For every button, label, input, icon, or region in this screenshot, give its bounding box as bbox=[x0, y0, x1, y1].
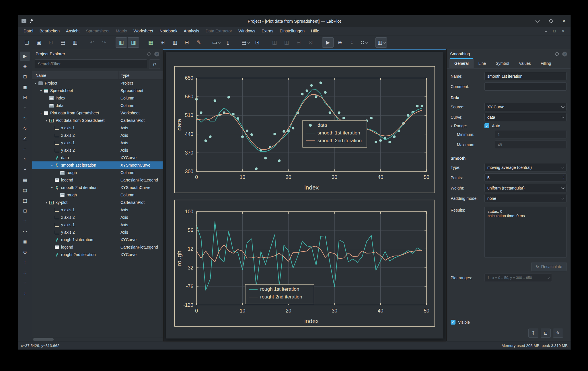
close-dock-icon[interactable] bbox=[154, 52, 159, 56]
toggle-project-explorer-button[interactable]: ◧ bbox=[116, 37, 127, 48]
new-matrix-button[interactable]: ⊞ bbox=[157, 37, 168, 48]
spin-up-icon[interactable]: ▴ bbox=[563, 175, 564, 177]
add-text-label-button[interactable]: ⊡ bbox=[252, 37, 263, 48]
type-combo[interactable]: moving average (central) bbox=[484, 163, 566, 171]
filter-settings-icon[interactable] bbox=[149, 59, 160, 69]
column-header-name[interactable]: Name bbox=[32, 71, 118, 79]
menu-hilfe[interactable]: Hilfe bbox=[308, 27, 322, 36]
menu-notebook[interactable]: Notebook bbox=[156, 27, 180, 36]
tree-row-rough[interactable]: roughColumn bbox=[32, 191, 163, 199]
padding-mode-combo[interactable]: none bbox=[484, 194, 566, 202]
tree-row-spreadsheet[interactable]: ▾SpreadsheetSpreadsheet bbox=[32, 87, 163, 94]
zoom-select-mode-button[interactable]: ↕ bbox=[346, 37, 358, 48]
tab-line[interactable]: Line bbox=[474, 58, 491, 68]
scatter-tool[interactable]: ∵ bbox=[20, 279, 30, 288]
expander-icon[interactable]: ▾ bbox=[39, 112, 43, 115]
crosshair-tool[interactable]: ⊕ bbox=[20, 62, 30, 71]
tab-filling[interactable]: Filling bbox=[536, 58, 556, 68]
template-load-button[interactable]: ↧ bbox=[528, 329, 538, 338]
tree-row-y-axis-2[interactable]: y axis 2Axis bbox=[32, 229, 163, 236]
new-datapicker-button[interactable]: ⊟ bbox=[181, 37, 192, 48]
new-project-button[interactable]: ▢ bbox=[21, 37, 32, 48]
datapicker-tool[interactable]: ∶ bbox=[20, 258, 30, 267]
magnification-button[interactable]: ∷ bbox=[358, 37, 370, 48]
new-workbook-button[interactable]: ▥ bbox=[169, 37, 180, 48]
new-notebook-button[interactable]: ▯ bbox=[222, 37, 234, 48]
print-preview-button[interactable]: ▥ bbox=[69, 37, 81, 48]
fit-curve-tool[interactable]: ∠ bbox=[20, 134, 30, 143]
subwindow-restore-icon[interactable]: □ bbox=[552, 29, 557, 33]
axis-left-tool[interactable]: ⌐ bbox=[21, 154, 30, 165]
tree-row-x-axis-1[interactable]: x axis 1Axis bbox=[32, 206, 163, 214]
points-tool[interactable]: ∴ bbox=[20, 268, 30, 277]
titlebar[interactable]: Project - [Plot data from Spreadsheet] —… bbox=[18, 15, 571, 27]
visible-checkbox[interactable] bbox=[451, 320, 455, 325]
tree-row-rough[interactable]: roughColumn bbox=[32, 169, 163, 176]
expander-icon[interactable]: ▾ bbox=[50, 164, 54, 167]
expander-icon[interactable]: ▾ bbox=[44, 201, 49, 204]
histogram-tool[interactable]: ▦ bbox=[20, 175, 30, 184]
subwindow-close-icon[interactable]: × bbox=[561, 29, 565, 33]
menu-extras[interactable]: Extras bbox=[258, 27, 277, 36]
close-dock-icon[interactable] bbox=[562, 52, 567, 56]
info-element-tool[interactable]: ⊙ bbox=[20, 248, 30, 257]
add-plot-tool[interactable]: ⊞ bbox=[20, 93, 30, 102]
barplot-tool[interactable]: ◫ bbox=[20, 196, 30, 205]
tab-symbol[interactable]: Symbol bbox=[491, 58, 514, 68]
name-input[interactable] bbox=[484, 72, 566, 80]
toggle-properties-dock-button[interactable]: ◨ bbox=[128, 37, 139, 48]
tree-row-legend[interactable]: legendCartesianPlotLegend bbox=[32, 176, 163, 184]
tree-row-rought-2nd-iteration[interactable]: rought 2nd iterationXYCurve bbox=[32, 251, 163, 258]
crosshair-mode-button[interactable]: ⊕ bbox=[334, 37, 346, 48]
comment-input[interactable] bbox=[484, 82, 566, 91]
color-theme-button[interactable]: ✎ bbox=[193, 37, 205, 48]
worksheet-view[interactable]: 01020304050300370440510580650indexdatada… bbox=[163, 49, 446, 341]
tree-row-data[interactable]: dataColumn bbox=[32, 102, 163, 109]
menu-analysis[interactable]: Analysis bbox=[180, 27, 202, 36]
tree-row-data[interactable]: dataXYCurve bbox=[32, 154, 163, 161]
tree-row-x-axis-2[interactable]: x axis 2Axis bbox=[32, 132, 163, 139]
smooth-curve-tool[interactable]: ∿ bbox=[20, 124, 30, 133]
boxplot-tool[interactable]: ▤ bbox=[20, 186, 30, 195]
search-input[interactable] bbox=[35, 59, 147, 68]
tree-row-x-axis-2[interactable]: x axis 2Axis bbox=[32, 214, 163, 221]
xy-curve-tool[interactable]: ∿ bbox=[20, 114, 30, 122]
auto-checkbox[interactable] bbox=[484, 123, 489, 128]
menu-ansicht[interactable]: Ansicht bbox=[63, 27, 83, 36]
expander-icon[interactable]: ▾ bbox=[44, 119, 49, 122]
source-combo[interactable]: XY-Curve bbox=[484, 103, 566, 111]
image-tool[interactable]: ▣ bbox=[20, 83, 30, 91]
open-project-button[interactable]: ▣ bbox=[33, 37, 44, 48]
points-spinbox[interactable] bbox=[484, 173, 566, 182]
tree-row-plot-data-from-spreadsheet[interactable]: ▾Plot data from SpreadsheetWorksheet bbox=[32, 109, 163, 117]
legend-tool[interactable]: ⊟ bbox=[20, 206, 30, 215]
tree-row-smooth-2nd-iteration[interactable]: ▾smooth 2nd iterationXYSmoothCurve bbox=[32, 184, 163, 191]
menu-einstellungen[interactable]: Einstellungen bbox=[277, 27, 308, 36]
tree-row-y-axis-1[interactable]: y axis 1Axis bbox=[32, 221, 163, 229]
menu-windows[interactable]: Windows bbox=[235, 27, 258, 36]
cartesian-plot-bottom[interactable]: 01020304050-120-76-321256100indexroughro… bbox=[174, 200, 435, 327]
menu-datei[interactable]: Datei bbox=[20, 27, 36, 36]
presenter-mode-button[interactable]: ▥ bbox=[375, 37, 387, 48]
menu-bearbeiten[interactable]: Bearbeiten bbox=[36, 27, 63, 36]
subwindow-minimize-icon[interactable]: – bbox=[544, 29, 548, 33]
curve-combo[interactable]: data bbox=[484, 113, 566, 121]
weight-combo[interactable]: uniform (rectangular) bbox=[484, 184, 566, 192]
menu-worksheet[interactable]: Worksheet bbox=[130, 27, 156, 36]
tree-row-project[interactable]: ▾ProjectProject bbox=[32, 79, 163, 87]
interpolation-tool[interactable]: ≀ bbox=[20, 289, 30, 298]
vertical-layout-tool[interactable]: ↕ bbox=[20, 103, 30, 112]
add-plot-button[interactable]: ▤ bbox=[240, 37, 251, 48]
select-mouse-mode-button[interactable]: ▶ bbox=[322, 37, 334, 48]
tree-row-index[interactable]: indexColumn bbox=[32, 94, 163, 102]
cartesian-plot-top[interactable]: 01020304050300370440510580650indexdatada… bbox=[174, 66, 435, 193]
close-button[interactable] bbox=[561, 18, 567, 24]
new-worksheet-button[interactable]: ▭ bbox=[210, 37, 222, 48]
column-header-type[interactable]: Type bbox=[118, 71, 163, 79]
horizontal-scrollbar[interactable] bbox=[32, 337, 163, 341]
expander-icon[interactable]: ▾ bbox=[33, 82, 38, 85]
custom-point-tool[interactable]: ∷ bbox=[20, 217, 30, 226]
template-save-button[interactable]: ⊡ bbox=[541, 329, 551, 338]
tree-row-legend[interactable]: legendCartesianPlotLegend bbox=[32, 243, 163, 251]
tree-row-y-axis-2[interactable]: y axis 2Axis bbox=[32, 147, 163, 154]
